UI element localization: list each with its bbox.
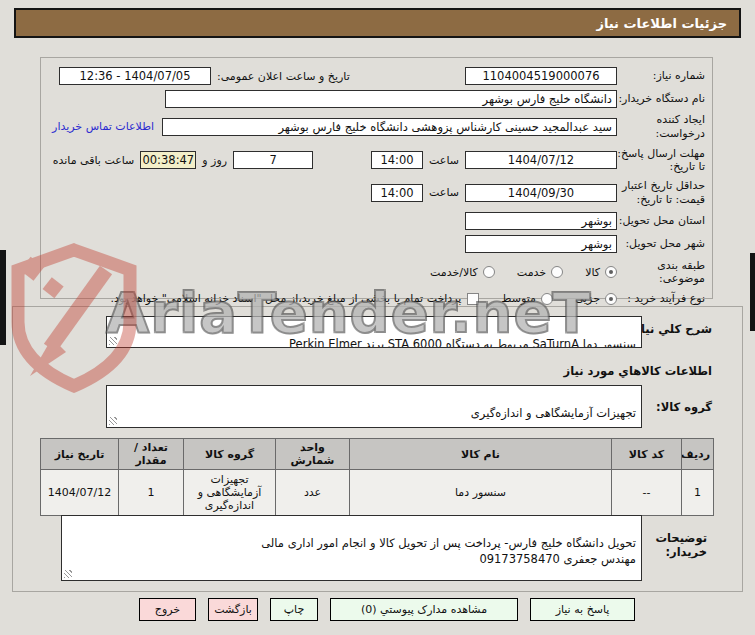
need-number-field[interactable]: 1104004519000076 bbox=[465, 67, 617, 85]
need-desc-text: سنسور دما SaTurnA مربوط به دستگاه STA 60… bbox=[289, 337, 636, 348]
resize-handle-icon[interactable] bbox=[109, 417, 117, 425]
radio-service-label: خدمت bbox=[517, 266, 546, 279]
cell-item-name: سنسور دما bbox=[350, 470, 612, 516]
radio-goods-service-label: کالا/خدمت bbox=[430, 266, 478, 279]
reply-deadline-time-field[interactable]: 14:00 bbox=[371, 151, 423, 169]
cell-need-date: 1404/07/12 bbox=[41, 470, 119, 516]
price-validity-hour-label: ساعت bbox=[429, 186, 459, 199]
cell-quantity: 1 bbox=[119, 470, 184, 516]
need-desc-label: شرح کلي نياز: bbox=[630, 322, 712, 336]
treasury-docs-checkbox-label: پرداخت تمام یا بخشی از مبلغ خرید،از محل … bbox=[111, 292, 462, 305]
view-attachments-button[interactable]: مشاهده مدارک پیوستي (0) bbox=[330, 598, 518, 621]
buyer-notes-label: توضیحات خریدار: bbox=[645, 531, 707, 559]
need-desc-textarea[interactable]: سنسور دما SaTurnA مربوط به دستگاه STA 60… bbox=[106, 316, 642, 348]
countdown-field: 00:38:47 bbox=[140, 151, 196, 169]
col-item-code: کد کالا bbox=[612, 439, 682, 470]
reply-deadline-hour-label: ساعت bbox=[429, 154, 459, 167]
watermark-edge-bar bbox=[0, 250, 6, 345]
page-title-text: جزئیات اطلاعات نیاز bbox=[596, 16, 727, 31]
days-remaining-label: روز و bbox=[202, 154, 227, 167]
resize-handle-icon[interactable] bbox=[109, 337, 117, 345]
announce-datetime-field[interactable]: 1404/07/05 - 12:36 bbox=[59, 67, 211, 85]
radio-goods-service[interactable] bbox=[483, 266, 495, 278]
price-validity-date-field[interactable]: 1404/09/30 bbox=[465, 184, 617, 202]
buyer-org-label: نام دستگاه خریدار: bbox=[617, 92, 705, 106]
delivery-city-field[interactable]: بوشهر bbox=[465, 235, 617, 253]
buyer-contact-link[interactable]: اطلاعات تماس خریدار bbox=[52, 120, 154, 133]
radio-minor[interactable] bbox=[605, 293, 617, 305]
col-count-unit: واحد شمارش bbox=[276, 439, 350, 470]
buyer-notes-textarea[interactable]: تحویل دانشگاه خلیج فارس- پرداخت پس از تح… bbox=[61, 515, 642, 581]
goods-group-text: تجهیزات آزمایشگاهی و اندازه‌گیری bbox=[471, 406, 636, 420]
hours-remaining-label: ساعت باقی مانده bbox=[53, 154, 135, 167]
treasury-docs-checkbox[interactable] bbox=[467, 293, 479, 305]
reply-to-need-button[interactable]: پاسخ به نیاز bbox=[530, 598, 635, 621]
items-table: ردیف کد کالا نام کالا واحد شمارش گروه کا… bbox=[40, 438, 714, 516]
price-validity-label: حداقل تاریخ اعتبار قیمت: تا تاریخ: bbox=[617, 179, 705, 207]
exit-button[interactable]: خروج bbox=[139, 598, 196, 621]
items-table-header-row: ردیف کد کالا نام کالا واحد شمارش گروه کا… bbox=[41, 439, 714, 470]
resize-handle-icon[interactable] bbox=[64, 570, 72, 578]
row-purchase-process: نوع فرآیند خرید : جزیی متوسط پرداخت تمام… bbox=[48, 292, 705, 306]
request-creator-field[interactable]: سید عبدالمجید حسینی کارشناس پزوهشی دانشگ… bbox=[162, 118, 617, 136]
col-item-group: گروه کالا bbox=[184, 439, 276, 470]
radio-service[interactable] bbox=[551, 266, 563, 278]
row-delivery-city: شهر محل تحویل: بوشهر bbox=[48, 235, 705, 253]
reply-deadline-date-field[interactable]: 1404/07/12 bbox=[465, 151, 617, 169]
cell-row-number: 1 bbox=[682, 470, 714, 516]
delivery-province-label: استان محل تحویل: bbox=[617, 214, 705, 228]
col-quantity: تعداد / مقدار bbox=[119, 439, 184, 470]
request-creator-label: ایجاد کننده درخواست: bbox=[617, 113, 705, 141]
col-row-number: ردیف bbox=[682, 439, 714, 470]
need-detail-groupbox: شرح کلي نياز: سنسور دما SaTurnA مربوط به… bbox=[12, 306, 743, 592]
classification-label: طبقه بندی موضوعی: bbox=[617, 259, 705, 287]
radio-minor-label: جزیی bbox=[575, 292, 600, 305]
action-buttons: پاسخ به نیاز مشاهده مدارک پیوستي (0) چاپ… bbox=[139, 598, 635, 621]
cell-item-code: -- bbox=[612, 470, 682, 516]
announce-datetime-label: تاریخ و ساعت اعلان عمومی: bbox=[211, 70, 465, 83]
row-delivery-province: استان محل تحویل: بوشهر bbox=[48, 212, 705, 230]
radio-medium-label: متوسط bbox=[501, 292, 536, 305]
buyer-notes-text: تحویل دانشگاه خلیج فارس- پرداخت پس از تح… bbox=[261, 536, 636, 567]
row-request-creator: ایجاد کننده درخواست: سید عبدالمجید حسینی… bbox=[48, 113, 705, 141]
goods-group-textarea[interactable]: تجهیزات آزمایشگاهی و اندازه‌گیری bbox=[106, 385, 642, 428]
row-price-validity: حداقل تاریخ اعتبار قیمت: تا تاریخ: 1404/… bbox=[48, 179, 705, 207]
need-number-label: شماره نیاز: bbox=[617, 69, 705, 83]
back-button[interactable]: بازگشت bbox=[208, 598, 258, 621]
price-validity-time-field[interactable]: 14:00 bbox=[371, 184, 423, 202]
page-title: جزئیات اطلاعات نیاز bbox=[14, 8, 741, 38]
col-need-date: تاریخ نیاز bbox=[41, 439, 119, 470]
row-classification: طبقه بندی موضوعی: کالا خدمت کالا/خدمت bbox=[48, 259, 705, 287]
delivery-province-field[interactable]: بوشهر bbox=[465, 212, 617, 230]
col-item-name: نام کالا bbox=[350, 439, 612, 470]
purchase-process-label: نوع فرآیند خرید : bbox=[617, 292, 705, 306]
need-info-groupbox: شماره نیاز: 1104004519000076 تاریخ و ساع… bbox=[40, 57, 713, 299]
cell-item-group: تجهیزات آزمایشگاهی و اندازه‌گیری bbox=[184, 470, 276, 516]
items-section-header: اطلاعات کالاهاي مورد نياز bbox=[564, 364, 712, 378]
radio-goods-label: کالا bbox=[585, 266, 600, 279]
radio-goods[interactable] bbox=[605, 266, 617, 278]
days-remaining-field: 7 bbox=[233, 151, 313, 169]
table-row: 1 -- سنسور دما عدد تجهیزات آزمایشگاهی و … bbox=[41, 470, 714, 516]
row-reply-deadline: مهلت ارسال پاسخ: تا تاریخ: 1404/07/12 سا… bbox=[48, 147, 705, 175]
print-button[interactable]: چاپ bbox=[270, 598, 318, 621]
row-need-number: شماره نیاز: 1104004519000076 تاریخ و ساع… bbox=[48, 67, 705, 85]
cell-count-unit: عدد bbox=[276, 470, 350, 516]
delivery-city-label: شهر محل تحویل: bbox=[617, 237, 705, 251]
row-buyer-org: نام دستگاه خریدار: دانشگاه خلیج فارس بوش… bbox=[48, 90, 705, 108]
buyer-org-field[interactable]: دانشگاه خلیج فارس بوشهر bbox=[165, 90, 617, 108]
radio-medium[interactable] bbox=[541, 293, 553, 305]
reply-deadline-label: مهلت ارسال پاسخ: تا تاریخ: bbox=[617, 147, 705, 175]
goods-group-label: گروه کالا: bbox=[656, 400, 712, 414]
watermark-edge-bar bbox=[750, 253, 755, 331]
